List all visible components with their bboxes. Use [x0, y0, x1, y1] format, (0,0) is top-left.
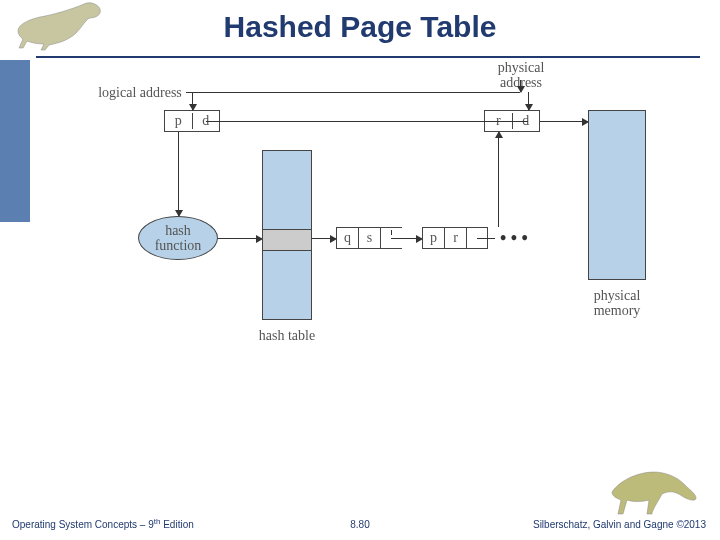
sidebar-accent	[0, 60, 30, 222]
diagram: logical address physical address p d r d…	[100, 80, 660, 420]
cover	[455, 226, 498, 227]
chain-dots: • • •	[500, 228, 528, 249]
hash-function-label: hash function	[155, 223, 202, 254]
entry1-q: q	[337, 228, 359, 248]
arrow-phys-addr-in	[520, 80, 521, 92]
label-physical-memory: physical memory	[578, 288, 656, 319]
arrow-to-mem	[540, 121, 588, 122]
line	[186, 92, 520, 93]
page-title: Hashed Page Table	[0, 10, 720, 44]
arrow-r-up	[498, 132, 499, 227]
footer-right: Silberschatz, Galvin and Gagne ©2013	[533, 519, 706, 530]
arrow-p-to-hashfn	[178, 132, 179, 216]
arrow-hashfn-to-table	[218, 238, 262, 239]
arrow-d-down	[528, 92, 529, 110]
hash-table-slot	[263, 229, 311, 251]
logical-p: p	[165, 113, 193, 129]
label-logical-address: logical address	[80, 85, 200, 100]
line-entry2-out	[477, 238, 495, 239]
dino-icon	[610, 470, 698, 516]
hash-function: hash function	[138, 216, 218, 260]
entry2-p: p	[423, 228, 445, 248]
arrow-into-logical	[192, 92, 193, 110]
ptr1-dot	[391, 230, 392, 235]
slide: Hashed Page Table logical address physic…	[0, 0, 720, 540]
entry1-s: s	[359, 228, 381, 248]
label-hash-table: hash table	[250, 328, 324, 343]
hash-table	[262, 150, 312, 320]
line-d-to-d	[206, 121, 528, 122]
title-rule	[36, 56, 700, 58]
physical-memory	[588, 110, 646, 280]
arrow-entry1-to-entry2	[391, 238, 422, 239]
entry2-r: r	[445, 228, 467, 248]
arrow-slot-to-entry1	[312, 238, 336, 239]
